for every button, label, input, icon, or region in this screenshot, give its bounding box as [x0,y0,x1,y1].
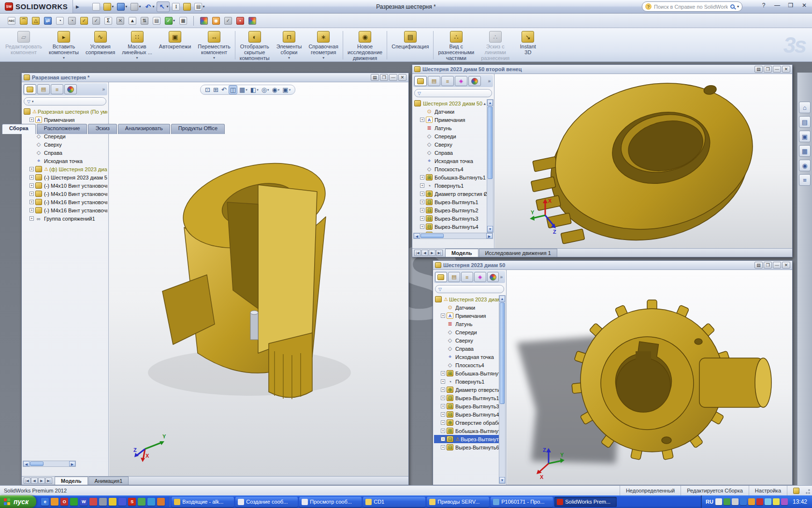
taskbar-button[interactable]: Создание сооб... [235,497,298,507]
status-customize[interactable]: Настройка [749,486,787,495]
design-library-icon[interactable]: ▤ [799,116,811,128]
expand-icon[interactable]: + [441,314,445,318]
search-icon[interactable] [730,4,735,9]
deviation-analysis-button[interactable]: ✕ [116,15,125,26]
task-list-button[interactable]: ▤▾ [193,1,205,12]
dropdown-icon[interactable]: ▾ [112,4,114,9]
tab-Сборка[interactable]: Сборка [2,124,36,134]
propertymanager-tab[interactable]: ▤ [428,76,440,86]
interference-button[interactable]: ⇅ [140,15,149,26]
expand-icon[interactable]: + [29,216,34,221]
zoom-area-button[interactable]: ⊞ [212,86,219,94]
featuremanager-tab[interactable] [435,272,447,282]
gear-ring-window-titlebar[interactable]: Шестерня 2023 диам 50 второй венец ▤ ❒ —… [412,65,792,74]
verification-button[interactable]: ✓▾ [164,15,176,26]
minimize-button[interactable]: — [772,2,782,9]
search-dropdown-icon[interactable]: ▾ [737,4,739,9]
tab-nav-icon[interactable]: ◀ [421,250,428,256]
taskbar-button[interactable]: SolidWorks Prem... [554,497,617,507]
tab-nav-icon[interactable]: |◀ [414,250,421,256]
media-player-icon[interactable] [70,498,78,506]
show-hidden-button[interactable]: ◐Отобразить скрытые компоненты [236,29,273,61]
open-button[interactable]: ▾ [102,1,115,12]
smart-fasteners-button[interactable]: ▣Автокрепежи [156,29,194,61]
tree-item[interactable]: ⚠Шестерня 2023 диам 50 (По [434,295,499,303]
mass-properties-button[interactable]: △ [31,15,41,26]
tray-icon[interactable] [765,498,771,505]
dropdown-icon[interactable]: ▾ [213,56,215,60]
tray-icon[interactable] [715,498,722,505]
tree-hscrollbar[interactable]: ◀▶ [23,461,76,467]
expand-icon[interactable]: + [441,412,445,417]
tray-icon[interactable] [748,498,755,505]
dropdown-icon[interactable]: ▾ [288,56,290,60]
internet-explorer-icon[interactable]: e [41,498,49,506]
fm-more-icon[interactable]: » [488,78,492,84]
fm-more-icon[interactable]: » [102,87,106,92]
tree-item[interactable]: +⊞Бобышка-Вытянуть2 [434,427,499,435]
tree-item[interactable]: ≣Латунь [413,124,487,132]
expand-icon[interactable]: + [420,208,424,212]
compare-documents-button[interactable]: ▤ [152,15,161,26]
motion-study-button[interactable]: ◉Новое исследование движения [344,29,386,61]
equations-button[interactable]: Σ [103,15,113,26]
solidworks-resources-icon[interactable]: ⌂ [799,102,811,113]
mate-button[interactable]: ∿Условия сопряжения [82,29,118,61]
expand-icon[interactable]: + [441,371,445,375]
window-restore-icon[interactable]: ❒ [764,66,772,73]
window-minimize-icon[interactable]: — [773,262,781,269]
maximize-button[interactable]: ❒ [786,2,796,9]
tab-Расположение[interactable]: Расположение [37,124,87,134]
scene-button[interactable]: ▣▾ [281,86,291,94]
resize-grip[interactable] [805,486,812,495]
dropdown-icon[interactable]: ▾ [152,4,154,9]
tree-item[interactable]: +⊟Вырез-Вытянуть2 [413,206,487,214]
expand-icon[interactable]: + [420,216,424,221]
configurationmanager-tab[interactable]: ≡ [461,272,473,282]
tree-item[interactable]: +AПримечания [413,116,487,124]
edit-note-button[interactable] [182,1,192,12]
tree-item[interactable]: +∞Группа сопряжений1 [23,214,107,223]
tray-icon[interactable] [740,498,747,505]
dimxpertmanager-tab[interactable]: ◈ [455,76,467,86]
tree-item[interactable]: ◇Справа [23,149,107,157]
quicklaunch-icon[interactable] [118,498,126,506]
tree-item[interactable]: ⌖Исходная точка [434,353,499,361]
expand-icon[interactable]: + [420,175,424,179]
dropdown-icon[interactable]: ▾ [63,56,65,60]
traffic-light-button[interactable]: ⋮ [171,1,181,12]
expand-icon[interactable]: + [441,379,445,384]
dropdown-icon[interactable]: ▾ [139,4,141,9]
propertymanager-tab[interactable]: ▤ [448,272,460,282]
doc-tab-Модель[interactable]: Модель [445,249,478,257]
displaymanager-tab[interactable] [64,84,77,94]
undo-button[interactable]: ↶▾ [143,1,155,12]
expand-icon[interactable]: + [441,420,445,425]
expand-icon[interactable]: + [29,200,34,204]
tree-item[interactable]: +⊟Вырез-Вытянуть3 [413,214,487,223]
previous-view-button[interactable]: ↶ [220,86,228,94]
window-split-icon[interactable]: ▤ [754,262,763,269]
assembly-features-button[interactable]: ⊓Элементы сборки▾ [273,29,305,61]
tree-filter[interactable]: ▽ [414,89,492,97]
tree-item[interactable]: +⊟Вырез-Вытянуть1 [434,394,499,402]
tree-vscrollbar[interactable]: ▲▼ [487,99,493,233]
tree-item[interactable]: +⊟Вырез-Вытянуть4 [413,223,487,231]
tree-item[interactable]: +⊕Отверстие обработанное ме [434,418,499,427]
spellcheck-button[interactable]: ABC [7,15,16,26]
file-explorer-icon[interactable]: ▣ [799,131,811,142]
new-document-button[interactable] [91,1,101,12]
expand-icon[interactable]: + [420,183,424,188]
taskbar-button[interactable]: P1060171 - Про... [491,497,553,507]
configurationmanager-tab[interactable]: ≡ [441,76,454,86]
tree-item[interactable]: +(-) M4x10 Винт установочный [23,190,107,198]
tab-nav-icon[interactable]: ▶| [45,478,52,484]
tree-item[interactable]: ◇Справа [413,149,487,157]
tree-item[interactable]: ⌖Исходная точка [23,157,107,165]
expand-icon[interactable]: + [29,208,34,212]
displaymanager-tab[interactable] [468,76,481,86]
tab-nav-icon[interactable]: ▶ [38,478,45,484]
language-indicator[interactable]: RU [706,499,713,505]
doc-tab-Исследование движения 1[interactable]: Исследование движения 1 [479,249,557,257]
performance-evaluation-button[interactable]: ◔ [55,15,65,26]
